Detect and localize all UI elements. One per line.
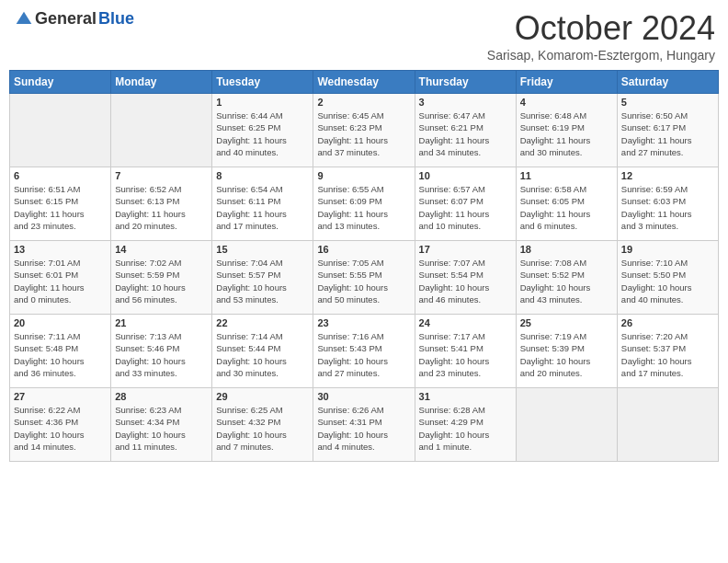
day-info: Sunrise: 6:52 AM Sunset: 6:13 PM Dayligh… bbox=[115, 183, 208, 232]
calendar-cell: 30Sunrise: 6:26 AM Sunset: 4:31 PM Dayli… bbox=[313, 388, 415, 462]
calendar-cell: 1Sunrise: 6:44 AM Sunset: 6:25 PM Daylig… bbox=[212, 94, 313, 167]
day-info: Sunrise: 7:05 AM Sunset: 5:55 PM Dayligh… bbox=[317, 257, 410, 305]
day-info: Sunrise: 7:02 AM Sunset: 5:59 PM Dayligh… bbox=[115, 257, 208, 305]
day-number: 3 bbox=[419, 97, 512, 108]
logo: General Blue bbox=[13, 9, 134, 29]
day-info: Sunrise: 6:22 AM Sunset: 4:36 PM Dayligh… bbox=[14, 404, 107, 453]
col-header-tuesday: Tuesday bbox=[212, 71, 313, 94]
calendar-cell: 16Sunrise: 7:05 AM Sunset: 5:55 PM Dayli… bbox=[313, 241, 415, 315]
day-number: 14 bbox=[115, 244, 208, 255]
day-number: 29 bbox=[216, 391, 309, 402]
day-number: 21 bbox=[115, 317, 208, 328]
day-number: 6 bbox=[14, 170, 107, 181]
calendar-cell bbox=[10, 94, 111, 167]
week-row-3: 13Sunrise: 7:01 AM Sunset: 6:01 PM Dayli… bbox=[10, 241, 719, 315]
day-number: 4 bbox=[520, 97, 613, 108]
day-info: Sunrise: 7:07 AM Sunset: 5:54 PM Dayligh… bbox=[419, 257, 512, 305]
logo-icon bbox=[15, 10, 33, 29]
calendar-cell bbox=[516, 388, 617, 462]
day-number: 27 bbox=[14, 391, 107, 402]
calendar-cell: 14Sunrise: 7:02 AM Sunset: 5:59 PM Dayli… bbox=[111, 241, 212, 315]
col-header-wednesday: Wednesday bbox=[313, 71, 415, 94]
day-number: 8 bbox=[216, 170, 309, 181]
col-header-friday: Friday bbox=[516, 71, 617, 94]
day-info: Sunrise: 7:08 AM Sunset: 5:52 PM Dayligh… bbox=[520, 257, 613, 305]
calendar-cell: 10Sunrise: 6:57 AM Sunset: 6:07 PM Dayli… bbox=[415, 167, 516, 241]
day-number: 10 bbox=[419, 170, 512, 181]
calendar-cell: 12Sunrise: 6:59 AM Sunset: 6:03 PM Dayli… bbox=[617, 167, 718, 241]
day-info: Sunrise: 7:10 AM Sunset: 5:50 PM Dayligh… bbox=[621, 257, 714, 305]
day-number: 28 bbox=[115, 391, 208, 402]
calendar-cell: 13Sunrise: 7:01 AM Sunset: 6:01 PM Dayli… bbox=[10, 241, 111, 315]
title-area: October 2024 Sarisap, Komarom-Esztergom,… bbox=[487, 9, 715, 63]
day-number: 20 bbox=[14, 317, 107, 328]
day-info: Sunrise: 6:23 AM Sunset: 4:34 PM Dayligh… bbox=[115, 404, 208, 453]
day-info: Sunrise: 7:19 AM Sunset: 5:39 PM Dayligh… bbox=[520, 330, 613, 379]
header-row: SundayMondayTuesdayWednesdayThursdayFrid… bbox=[10, 71, 719, 94]
day-number: 18 bbox=[520, 244, 613, 255]
calendar-cell bbox=[617, 388, 718, 462]
day-info: Sunrise: 6:58 AM Sunset: 6:05 PM Dayligh… bbox=[520, 183, 613, 232]
calendar-cell bbox=[111, 94, 212, 167]
calendar-cell: 23Sunrise: 7:16 AM Sunset: 5:43 PM Dayli… bbox=[313, 315, 415, 388]
calendar-cell: 29Sunrise: 6:25 AM Sunset: 4:32 PM Dayli… bbox=[212, 388, 313, 462]
calendar-cell: 5Sunrise: 6:50 AM Sunset: 6:17 PM Daylig… bbox=[617, 94, 718, 167]
day-info: Sunrise: 7:01 AM Sunset: 6:01 PM Dayligh… bbox=[14, 257, 107, 305]
calendar-cell: 24Sunrise: 7:17 AM Sunset: 5:41 PM Dayli… bbox=[415, 315, 516, 388]
page-header: General Blue October 2024 Sarisap, Komar… bbox=[9, 9, 719, 63]
day-number: 7 bbox=[115, 170, 208, 181]
day-number: 2 bbox=[317, 97, 410, 108]
day-number: 31 bbox=[419, 391, 512, 402]
week-row-4: 20Sunrise: 7:11 AM Sunset: 5:48 PM Dayli… bbox=[10, 315, 719, 388]
day-info: Sunrise: 7:13 AM Sunset: 5:46 PM Dayligh… bbox=[115, 330, 208, 379]
day-number: 5 bbox=[621, 97, 714, 108]
calendar-cell: 27Sunrise: 6:22 AM Sunset: 4:36 PM Dayli… bbox=[10, 388, 111, 462]
month-title: October 2024 bbox=[487, 9, 715, 48]
day-info: Sunrise: 6:51 AM Sunset: 6:15 PM Dayligh… bbox=[14, 183, 107, 232]
calendar-cell: 20Sunrise: 7:11 AM Sunset: 5:48 PM Dayli… bbox=[10, 315, 111, 388]
calendar-cell: 9Sunrise: 6:55 AM Sunset: 6:09 PM Daylig… bbox=[313, 167, 415, 241]
location-subtitle: Sarisap, Komarom-Esztergom, Hungary bbox=[487, 48, 715, 63]
day-info: Sunrise: 6:28 AM Sunset: 4:29 PM Dayligh… bbox=[419, 404, 512, 453]
calendar-cell: 19Sunrise: 7:10 AM Sunset: 5:50 PM Dayli… bbox=[617, 241, 718, 315]
day-info: Sunrise: 6:45 AM Sunset: 6:23 PM Dayligh… bbox=[317, 109, 410, 158]
col-header-sunday: Sunday bbox=[10, 71, 111, 94]
week-row-2: 6Sunrise: 6:51 AM Sunset: 6:15 PM Daylig… bbox=[10, 167, 719, 241]
calendar-cell: 17Sunrise: 7:07 AM Sunset: 5:54 PM Dayli… bbox=[415, 241, 516, 315]
day-info: Sunrise: 7:17 AM Sunset: 5:41 PM Dayligh… bbox=[419, 330, 512, 379]
day-number: 16 bbox=[317, 244, 410, 255]
calendar-cell: 31Sunrise: 6:28 AM Sunset: 4:29 PM Dayli… bbox=[415, 388, 516, 462]
day-number: 23 bbox=[317, 317, 410, 328]
day-number: 15 bbox=[216, 244, 309, 255]
day-number: 19 bbox=[621, 244, 714, 255]
day-number: 13 bbox=[14, 244, 107, 255]
calendar-cell: 2Sunrise: 6:45 AM Sunset: 6:23 PM Daylig… bbox=[313, 94, 415, 167]
calendar-cell: 26Sunrise: 7:20 AM Sunset: 5:37 PM Dayli… bbox=[617, 315, 718, 388]
calendar-cell: 22Sunrise: 7:14 AM Sunset: 5:44 PM Dayli… bbox=[212, 315, 313, 388]
calendar-cell: 18Sunrise: 7:08 AM Sunset: 5:52 PM Dayli… bbox=[516, 241, 617, 315]
day-info: Sunrise: 6:25 AM Sunset: 4:32 PM Dayligh… bbox=[216, 404, 309, 453]
calendar-cell: 28Sunrise: 6:23 AM Sunset: 4:34 PM Dayli… bbox=[111, 388, 212, 462]
day-number: 11 bbox=[520, 170, 613, 181]
day-number: 1 bbox=[216, 97, 309, 108]
day-number: 17 bbox=[419, 244, 512, 255]
col-header-saturday: Saturday bbox=[617, 71, 718, 94]
day-info: Sunrise: 6:48 AM Sunset: 6:19 PM Dayligh… bbox=[520, 109, 613, 158]
day-number: 12 bbox=[621, 170, 714, 181]
calendar-cell: 15Sunrise: 7:04 AM Sunset: 5:57 PM Dayli… bbox=[212, 241, 313, 315]
day-number: 22 bbox=[216, 317, 309, 328]
calendar-cell: 11Sunrise: 6:58 AM Sunset: 6:05 PM Dayli… bbox=[516, 167, 617, 241]
day-number: 25 bbox=[520, 317, 613, 328]
week-row-5: 27Sunrise: 6:22 AM Sunset: 4:36 PM Dayli… bbox=[10, 388, 719, 462]
day-info: Sunrise: 6:55 AM Sunset: 6:09 PM Dayligh… bbox=[317, 183, 410, 232]
day-number: 24 bbox=[419, 317, 512, 328]
day-number: 30 bbox=[317, 391, 410, 402]
col-header-monday: Monday bbox=[111, 71, 212, 94]
day-info: Sunrise: 6:54 AM Sunset: 6:11 PM Dayligh… bbox=[216, 183, 309, 232]
day-info: Sunrise: 7:20 AM Sunset: 5:37 PM Dayligh… bbox=[621, 330, 714, 379]
svg-marker-0 bbox=[17, 11, 32, 23]
logo-general-text: General bbox=[35, 9, 97, 29]
day-info: Sunrise: 6:57 AM Sunset: 6:07 PM Dayligh… bbox=[419, 183, 512, 232]
calendar-cell: 8Sunrise: 6:54 AM Sunset: 6:11 PM Daylig… bbox=[212, 167, 313, 241]
day-info: Sunrise: 6:26 AM Sunset: 4:31 PM Dayligh… bbox=[317, 404, 410, 453]
